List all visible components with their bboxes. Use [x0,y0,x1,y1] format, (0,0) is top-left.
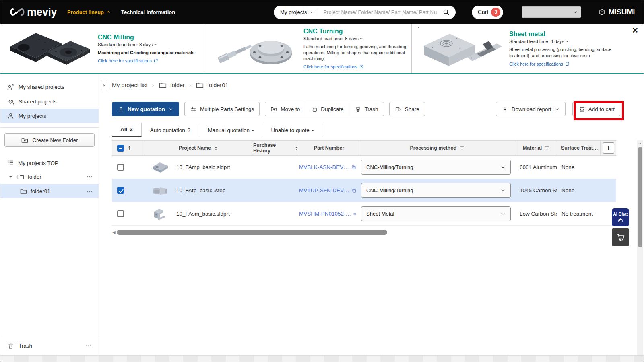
sidebar-item-my-shared-projects[interactable]: My shared projects [0,80,99,94]
add-to-cart-button[interactable]: Add to cart [572,102,620,116]
copy-part-number-icon[interactable] [351,164,356,171]
sidebar-collapse-button[interactable] [101,80,107,90]
banner-card-cnc-milling[interactable]: CNC Milling Standard lead time: 8 days ~… [0,24,206,73]
new-quotation-button[interactable]: New quotation [112,102,179,116]
sidebar-trash-item[interactable]: Trash [0,336,99,355]
sheet-metal-spec-link[interactable]: Click here for specifications [509,62,622,66]
external-link-icon [359,64,364,69]
vertical-scroll-thumb[interactable] [638,147,642,247]
processing-method-select[interactable]: CNC-Milling/Turning [361,160,511,175]
sidebar: My shared projects Shared projects My pr… [0,74,99,362]
header-processing-method[interactable]: Processing method [359,141,516,155]
processing-method-select[interactable]: CNC-Milling/Turning [361,183,511,198]
project-name: 10_FAtp_basic .step [176,187,253,193]
create-new-folder-button[interactable]: Create New Folder [4,133,95,147]
filter-icon [544,145,550,151]
table-row[interactable]: 10_FAtp_basic .step MVTUP-SFN-DEV… CNC-M… [112,179,616,202]
chevron-down-icon [310,10,314,14]
trash-button[interactable]: Trash [349,102,384,116]
horizontal-scrollbar[interactable]: ◀ ▶ [112,230,620,235]
header-material[interactable]: Material [516,141,557,155]
tab-manual-quotation[interactable]: Manual quotation- [199,123,262,137]
chevron-down-icon [500,211,506,216]
main-content: My project list › folder › folder01 New … [99,74,644,362]
part-number-link[interactable]: MVBLK-ASN-DEV… [299,164,349,170]
part-number-link[interactable]: MVTUP-SFN-DEV… [299,187,349,193]
search-scope-select[interactable]: My projects [274,8,318,16]
sheet-metal-image [413,27,509,70]
more-options-icon[interactable] [85,342,92,349]
nav-product-lineup[interactable]: Product lineup [67,9,111,15]
row-actions-group: Move to Duplicate Trash [265,102,384,116]
project-name: 10_FAmp_basic.sldprt [176,164,253,170]
sort-icon [294,146,299,151]
header-project-name[interactable]: Project Name [144,141,253,155]
sidebar-folder01-item[interactable]: folder01 [0,184,99,198]
cnc-turning-spec-link[interactable]: Click here for specifications [303,64,410,69]
cnc-milling-lead-time: Standard lead time: 8 days ~ [98,42,204,47]
robot-icon [617,217,624,224]
chevron-up-icon [106,10,111,14]
more-options-icon[interactable] [86,173,93,180]
part-number-link[interactable]: MVSHM-PN01052-… [299,211,351,217]
account-select[interactable] [522,6,581,18]
surface-treatment-value: None [557,164,608,170]
tab-auto-quotation[interactable]: Auto quotation3 [142,123,200,137]
banner-card-sheet-metal[interactable]: Sheet metal Standard lead time: 4 days ~… [411,24,644,73]
search-input[interactable] [318,9,440,15]
breadcrumb-subfolder[interactable]: folder01 [196,81,228,89]
chevron-down-icon [573,10,578,14]
sidebar-folder-item[interactable]: folder [0,169,99,184]
download-report-button[interactable]: Download report [496,102,566,116]
sheet-metal-lead-time: Standard lead time: 4 days ~ [509,39,622,44]
processing-method-select[interactable]: Sheet Metal [361,206,511,221]
download-icon [502,106,508,113]
search-icon [442,8,450,16]
cnc-turning-lead-time: Standard lead time: 8 days ~ [303,36,410,41]
more-options-icon[interactable] [86,188,93,195]
folder-icon [20,187,27,195]
breadcrumb-my-project-list[interactable]: My project list [112,82,148,88]
sidebar-item-shared-projects[interactable]: Shared projects [0,94,99,109]
meviy-logo[interactable]: meviy [9,6,57,19]
row-checkbox[interactable] [117,187,124,194]
breadcrumb-folder[interactable]: folder [159,81,185,89]
table-row[interactable]: 10_FAmp_basic.sldprt MVBLK-ASN-DEV… CNC-… [112,156,616,179]
ai-chat-button[interactable]: AI Chat [612,208,629,226]
sidebar-my-projects-top[interactable]: My projects TOP [0,156,99,169]
add-column-button[interactable]: + [603,142,614,154]
scroll-up-arrow[interactable]: ▲ [637,140,643,146]
share-button[interactable]: Share [389,102,425,116]
chevron-down-icon [500,165,506,170]
tab-all[interactable]: All3 [112,123,142,137]
copy-part-number-icon[interactable] [351,187,357,194]
nav-technical-information[interactable]: Technical Information [121,9,175,15]
banner-close-button[interactable]: ✕ [632,27,638,34]
chevron-down-icon [500,188,506,193]
row-checkbox[interactable] [117,164,124,171]
horizontal-scroll-thumb[interactable] [117,230,387,235]
toolbar-right-group: Download report Add to cart [496,102,620,116]
row-checkbox[interactable] [117,210,124,217]
floating-cart-button[interactable] [612,228,629,246]
part-thumbnail [144,207,176,221]
multiple-parts-settings-button[interactable]: Multiple Parts Settings [184,102,260,116]
cnc-milling-description: Machining and Grinding rectangular mater… [98,50,204,56]
misumi-logo: MiSUMi [598,8,635,16]
search-button[interactable] [440,8,456,16]
cnc-milling-spec-link[interactable]: Click here for specifications [98,58,204,63]
banner-card-cnc-turning[interactable]: CNC Turning Standard lead time: 8 days ~… [206,24,411,73]
cart-button[interactable]: Cart 3 [472,6,503,19]
header-purchase-history[interactable]: Purchase History [253,141,299,155]
material-value: 1045 Carbon St… [516,187,557,193]
vertical-scrollbar[interactable]: ▲ [637,140,643,356]
select-all-checkbox[interactable] [117,145,124,152]
horizontal-scroll-track[interactable] [117,230,616,235]
scroll-left-arrow[interactable]: ◀ [112,230,116,234]
copy-part-number-icon[interactable] [353,211,356,217]
move-to-button[interactable]: Move to [265,102,305,116]
table-row[interactable]: 10_FAsm_basic.sldprt MVSHM-PN01052-… She… [112,202,616,226]
sidebar-item-my-projects[interactable]: My projects [0,109,99,123]
duplicate-button[interactable]: Duplicate [305,102,349,116]
tab-unable-to-quote[interactable]: Unable to quote- [262,123,322,137]
